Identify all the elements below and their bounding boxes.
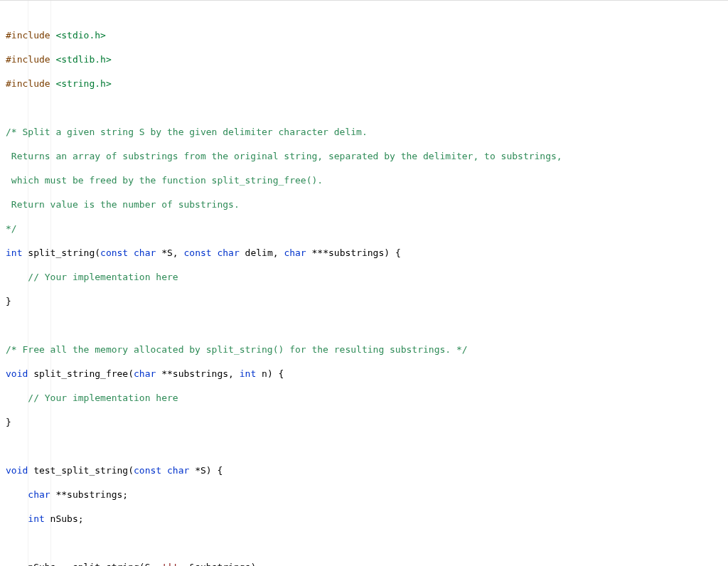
code-line: int split_string(const char *S, const ch… [6, 247, 722, 259]
code-line: #include <stdio.h> [6, 29, 722, 41]
code-line: } [6, 416, 722, 428]
code-line: Returns an array of substrings from the … [6, 150, 722, 162]
code-line: void split_string_free(char **substrings… [6, 368, 722, 380]
code-line [6, 102, 722, 114]
code-line: // Your implementation here [6, 392, 722, 404]
code-line: char **substrings; [6, 488, 722, 501]
code-line: /* Free all the memory allocated by spli… [6, 343, 722, 356]
code-line [6, 440, 722, 452]
code-line: /* Split a given string S by the given d… [6, 126, 722, 138]
code-line: #include <string.h> [6, 78, 722, 90]
code-line: Return value is the number of substrings… [6, 198, 722, 210]
code-line: void test_split_string(const char *S) { [6, 464, 722, 476]
code-line: nSubs = split_string(S, '|', &substrings… [6, 561, 722, 566]
code-line: // Your implementation here [6, 271, 722, 283]
code-line: #include <stdlib.h> [6, 53, 722, 65]
code-line [6, 537, 722, 549]
code-line: int nSubs; [6, 513, 722, 525]
code-line: which must be freed by the function spli… [6, 174, 722, 186]
code-line [6, 319, 722, 331]
code-line: } [6, 295, 722, 307]
code-editor: #include <stdio.h> #include <stdlib.h> #… [0, 0, 728, 566]
code-line: */ [6, 223, 722, 235]
